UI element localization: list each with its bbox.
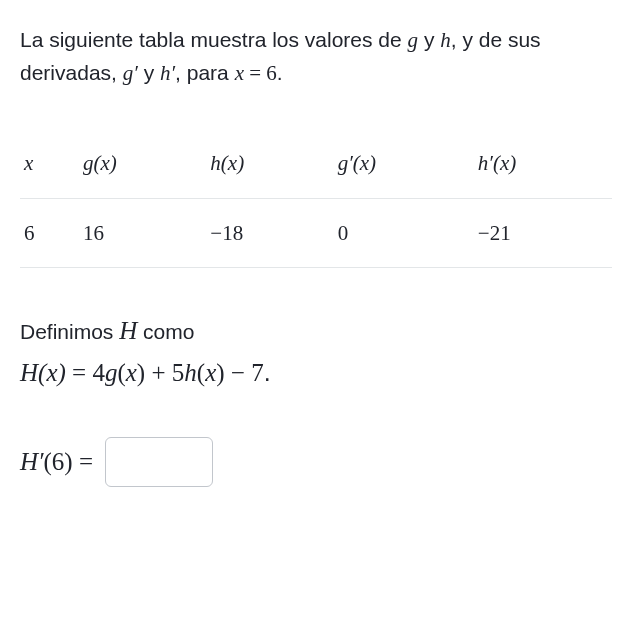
- answer-lhs: H′(6) =: [20, 442, 93, 482]
- def-lead-text: Definimos: [20, 320, 119, 343]
- intro-and1: y: [418, 28, 440, 51]
- answer-rp: ): [64, 448, 72, 475]
- cell-x-val: 6: [24, 221, 35, 245]
- intro-and2: y: [138, 61, 160, 84]
- def-period: .: [264, 358, 271, 386]
- cell-gpx-val: 0: [338, 221, 349, 245]
- col-x-label: x: [24, 151, 33, 175]
- def-rp2: ): [216, 359, 224, 386]
- col-gpx: g′(x): [332, 129, 472, 198]
- def-H: H: [119, 317, 137, 344]
- cell-hx-val: −18: [210, 221, 243, 245]
- col-gx-label: g(x): [83, 151, 117, 175]
- col-hx-label: h(x): [210, 151, 244, 175]
- answer-lp: (: [44, 448, 52, 475]
- def-h: h: [184, 359, 197, 386]
- var-gprime: g′: [123, 61, 138, 85]
- col-gpx-label: g′(x): [338, 151, 376, 175]
- cell-x: 6: [20, 198, 77, 268]
- definition-block: Definimos H como H(x) = 4g(x) + 5h(x) − …: [20, 312, 612, 393]
- var-x: x: [235, 61, 244, 85]
- eq-sign: =: [244, 61, 266, 85]
- var-hprime: h′: [160, 61, 175, 85]
- def-lp2: (: [197, 359, 205, 386]
- cell-gx: 16: [77, 198, 204, 268]
- definition-equation: H(x) = 4g(x) + 5h(x) − 7.: [20, 353, 612, 393]
- cell-hx: −18: [204, 198, 331, 268]
- col-gx: g(x): [77, 129, 204, 198]
- cell-gpx: 0: [332, 198, 472, 268]
- def-const: 7: [251, 359, 264, 386]
- answer-eq: =: [73, 448, 93, 475]
- eq-val: 6: [266, 61, 277, 85]
- col-hx: h(x): [204, 129, 331, 198]
- table-row: 6 16 −18 0 −21: [20, 198, 612, 268]
- definition-lead: Definimos H como: [20, 312, 612, 351]
- intro-text3: , para: [175, 61, 235, 84]
- intro-paragraph: La siguiente tabla muestra los valores d…: [20, 24, 612, 89]
- def-plus: +: [145, 359, 172, 386]
- def-Hx: H(x): [20, 359, 66, 386]
- def-x2: x: [205, 359, 216, 386]
- values-table: x g(x) h(x) g′(x) h′(x) 6 16 −18 0 −21: [20, 129, 612, 268]
- intro-period: .: [277, 61, 283, 84]
- def-minus: −: [225, 359, 252, 386]
- var-g: g: [408, 28, 419, 52]
- def-eq: =: [66, 359, 93, 386]
- col-hpx: h′(x): [472, 129, 612, 198]
- def-as: como: [137, 320, 194, 343]
- cell-hpx: −21: [472, 198, 612, 268]
- answer-arg: 6: [52, 448, 65, 475]
- def-g: g: [105, 359, 118, 386]
- def-coef1: 4: [92, 359, 105, 386]
- col-x: x: [20, 129, 77, 198]
- answer-Hprime: H′: [20, 448, 44, 475]
- def-x1: x: [126, 359, 137, 386]
- def-lp1: (: [117, 359, 125, 386]
- def-coef2: 5: [172, 359, 185, 386]
- intro-text: La siguiente tabla muestra los valores d…: [20, 28, 408, 51]
- def-rp1: ): [137, 359, 145, 386]
- col-hpx-label: h′(x): [478, 151, 516, 175]
- answer-row: H′(6) =: [20, 437, 612, 487]
- cell-hpx-val: −21: [478, 221, 511, 245]
- answer-input[interactable]: [105, 437, 213, 487]
- table-header-row: x g(x) h(x) g′(x) h′(x): [20, 129, 612, 198]
- var-h: h: [440, 28, 451, 52]
- cell-gx-val: 16: [83, 221, 104, 245]
